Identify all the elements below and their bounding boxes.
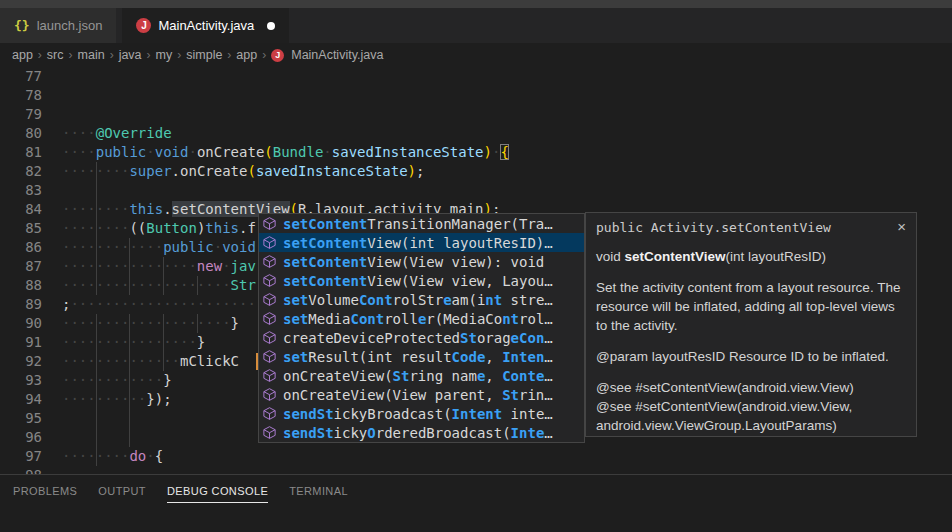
code-line[interactable]: ········((Button)this.f — [62, 219, 256, 238]
suggest-item[interactable]: setVolumeControlStream(int stre… — [259, 290, 584, 309]
breadcrumb-item[interactable]: simple — [186, 48, 222, 62]
panel-tab-debug-console[interactable]: DEBUG CONSOLE — [167, 475, 268, 503]
suggest-item[interactable]: sendStickyOrderedBroadcast(Inte… — [259, 423, 584, 442]
code-line[interactable]: ····················Str — [62, 276, 256, 295]
modified-dot-icon[interactable] — [267, 22, 275, 30]
code-token: }); — [146, 391, 171, 407]
code-line[interactable]: ············} — [62, 371, 172, 390]
line-number[interactable]: 80 — [0, 124, 42, 143]
suggest-item[interactable]: setContentView(View view): void — [259, 252, 584, 271]
code-line[interactable]: ············public·void — [62, 238, 256, 257]
code-token: { — [155, 448, 163, 464]
tab-launch-json[interactable]: {} launch.json — [0, 8, 116, 43]
docs-paragraph: @see #setContentView(android.view.View) … — [596, 378, 906, 435]
line-number[interactable]: 83 — [0, 181, 42, 200]
code-line-row: 80····@Override — [0, 124, 952, 143]
line-number[interactable]: 79 — [0, 105, 42, 124]
suggest-item[interactable]: setResult(int resultCode, Inten… — [259, 347, 584, 366]
code-line[interactable]: ········super.onCreate(savedInstanceStat… — [62, 162, 424, 181]
code-line[interactable]: ········do·{ — [62, 447, 163, 466]
suggest-item[interactable]: onCreateView(String name, Conte… — [259, 366, 584, 385]
line-number[interactable]: 96 — [0, 428, 42, 447]
indent-guide — [163, 314, 164, 371]
suggest-item-label: Media — [308, 311, 350, 327]
tab-mainactivity-java[interactable]: J MainActivity.java — [122, 8, 289, 43]
docs-signature: void setContentView(int layoutResID) — [596, 247, 906, 266]
code-token: ) — [408, 163, 416, 179]
breadcrumb-item[interactable]: app — [12, 48, 33, 62]
line-number[interactable]: 90 — [0, 314, 42, 333]
line-number[interactable]: 86 — [0, 238, 42, 257]
suggest-item-label: rolStr — [393, 292, 444, 308]
line-number[interactable]: 95 — [0, 409, 42, 428]
breadcrumb-item[interactable]: src — [47, 48, 64, 62]
suggest-item-label: r(MediaCo — [426, 311, 502, 327]
line-number[interactable]: 97 — [0, 447, 42, 466]
code-line[interactable]: ;······················· — [62, 295, 264, 314]
code-line[interactable]: ··············mClickC — [62, 352, 239, 371]
line-number[interactable]: 92 — [0, 352, 42, 371]
suggest-item-label: e — [418, 311, 426, 327]
line-number[interactable]: 91 — [0, 333, 42, 352]
suggest-item-label: Volume — [308, 292, 359, 308]
line-number[interactable]: 93 — [0, 371, 42, 390]
suggest-item-label: rol… — [519, 311, 553, 327]
line-number[interactable]: 77 — [0, 67, 42, 86]
suggest-item-label: icky — [334, 425, 368, 441]
code-token: ( — [264, 144, 272, 160]
suggest-item[interactable]: sendStickyBroadcast(Intent inte… — [259, 404, 584, 423]
close-icon[interactable]: × — [897, 220, 906, 233]
line-number[interactable]: 81 — [0, 143, 42, 162]
method-icon — [262, 330, 278, 345]
json-braces-icon: {} — [14, 18, 30, 33]
suggest-item-label: … — [544, 368, 552, 384]
suggest-item-label: sendSt — [283, 425, 334, 441]
suggest-item-label: St — [393, 368, 410, 384]
code-line[interactable]: ····public·void·onCreate(Bundle·savedIns… — [62, 143, 509, 162]
breadcrumb-item[interactable]: java — [119, 48, 142, 62]
code-line[interactable]: ····@Override — [62, 124, 172, 143]
code-token: } — [163, 372, 171, 388]
line-number[interactable]: 78 — [0, 86, 42, 105]
suggest-item[interactable]: setContentTransitionManager(Tra… — [259, 214, 584, 233]
suggest-item-label: Conte — [502, 368, 544, 384]
line-number[interactable]: 82 — [0, 162, 42, 181]
line-number[interactable]: 84 — [0, 200, 42, 219]
method-icon — [262, 425, 278, 440]
suggest-item-label: ickyBroadcast( — [334, 406, 452, 422]
suggest-item-label: inte… — [502, 406, 553, 422]
line-number[interactable]: 87 — [0, 257, 42, 276]
bottom-panel: PROBLEMSOUTPUTDEBUG CONSOLETERMINAL — [0, 474, 952, 532]
suggest-item-label: set — [283, 349, 308, 365]
line-number[interactable]: 85 — [0, 219, 42, 238]
suggest-item[interactable]: createDeviceProtectedStorageCon… — [259, 328, 584, 347]
suggest-item[interactable]: setContentView(int layoutResID)… — [259, 233, 584, 252]
suggest-item[interactable]: onCreateView(View parent, Strin… — [259, 385, 584, 404]
breadcrumb-item[interactable]: my — [156, 48, 173, 62]
code-line[interactable]: ················new·jav — [62, 257, 256, 276]
line-number[interactable]: 94 — [0, 390, 42, 409]
suggest-item-label: Intent — [452, 406, 503, 422]
suggest-item-label: setContent — [283, 235, 367, 251]
panel-tab-terminal[interactable]: TERMINAL — [289, 475, 348, 503]
line-number[interactable]: 88 — [0, 276, 42, 295]
code-line[interactable]: ················} — [62, 333, 205, 352]
line-number[interactable]: 98 — [0, 466, 42, 474]
code-token: this — [129, 201, 163, 217]
breadcrumb-item[interactable]: app — [236, 48, 257, 62]
panel-tab-problems[interactable]: PROBLEMS — [13, 475, 77, 503]
code-line-row: 83 — [0, 181, 952, 200]
breadcrumb-item[interactable]: main — [78, 48, 105, 62]
code-line[interactable]: ····················} — [62, 314, 239, 333]
suggest-item-label: View(View view, Layou… — [367, 273, 552, 289]
suggest-widget: setContentTransitionManager(Tra…setConte… — [258, 213, 585, 443]
breadcrumb-file[interactable]: MainActivity.java — [291, 48, 383, 62]
suggest-item-label: View(int layoutResID)… — [367, 235, 552, 251]
line-number[interactable]: 89 — [0, 295, 42, 314]
suggest-docs-panel: public Activity.setContentView × void se… — [585, 212, 917, 437]
code-line[interactable]: ··········}); — [62, 390, 172, 409]
panel-tab-output[interactable]: OUTPUT — [98, 475, 146, 503]
suggest-item[interactable]: setContentView(View view, Layou… — [259, 271, 584, 290]
suggest-item[interactable]: setMediaController(MediaControl… — [259, 309, 584, 328]
code-token: ; — [416, 163, 424, 179]
